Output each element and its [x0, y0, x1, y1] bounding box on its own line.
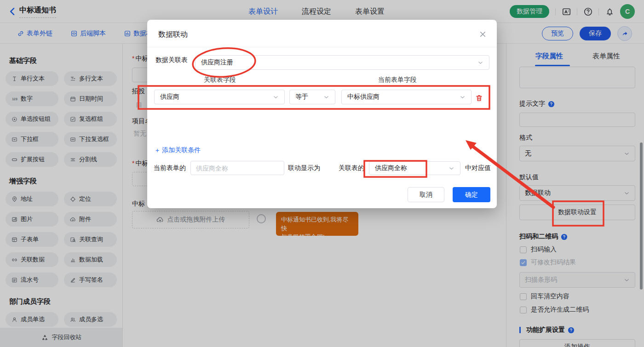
linked-field-select[interactable]: 供应商全称 [369, 161, 460, 175]
suffix-label: 中对应值 [465, 164, 491, 172]
modal-title: 数据联动 [158, 30, 188, 40]
data-linkage-modal: 数据联动 数据关联表 供应商注册 关联表字段 当前表单字段 供应商 等于 中标供… [147, 20, 497, 208]
add-condition-label: 添加关联条件 [162, 146, 201, 154]
chevron-down-icon [448, 165, 454, 171]
link-table-label: 数据关联表 [155, 56, 188, 64]
column-header-current-fields: 当前表单字段 [361, 76, 434, 84]
chevron-down-icon [460, 94, 466, 100]
linked-field-value: 供应商全称 [375, 164, 407, 172]
condition-operator-select[interactable]: 等于 [289, 90, 335, 104]
chevron-down-icon [323, 94, 329, 100]
chevron-down-icon [273, 94, 279, 100]
close-icon[interactable] [478, 30, 487, 38]
display-as-label: 联动显示为 [288, 164, 320, 172]
condition-target-select[interactable]: 中标供应商 [341, 90, 472, 104]
current-field-input[interactable] [190, 161, 284, 175]
condition-target-value: 中标供应商 [347, 93, 380, 101]
link-table-select[interactable]: 供应商注册 [195, 55, 489, 70]
link-table-value: 供应商注册 [201, 58, 233, 67]
column-header-linked-fields: 关联表字段 [185, 76, 254, 84]
confirm-button[interactable]: 确定 [453, 187, 490, 202]
condition-field-select[interactable]: 供应商 [154, 90, 285, 104]
plus-icon: + [155, 147, 159, 154]
current-form-label: 当前表单的 [154, 164, 186, 172]
delete-condition-icon[interactable] [475, 94, 483, 102]
condition-operator-value: 等于 [295, 93, 308, 101]
add-condition-link[interactable]: + 添加关联条件 [155, 146, 201, 154]
linked-table-label: 关联表的 [339, 164, 364, 172]
modal-header-divider [147, 47, 497, 47]
form-designer-window: 中标通知书 表单设计 流程设定 表单设置 数据管理 C 表单外链 [0, 0, 644, 347]
chevron-down-icon [477, 60, 483, 66]
cancel-button[interactable]: 取消 [408, 187, 444, 202]
condition-field-value: 供应商 [160, 93, 179, 101]
